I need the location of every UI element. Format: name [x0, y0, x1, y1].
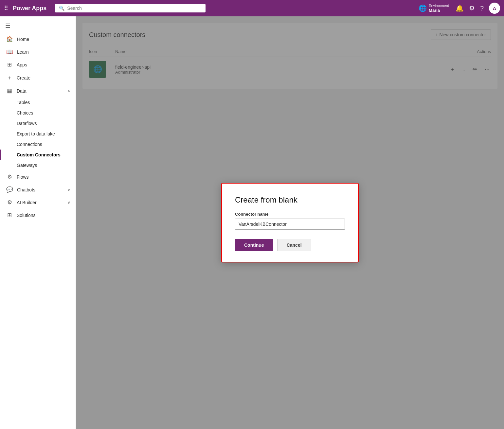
- sidebar-item-solutions[interactable]: ⊞ Solutions: [0, 209, 76, 222]
- sidebar-item-label: Data: [17, 88, 63, 94]
- search-bar[interactable]: 🔍: [55, 4, 206, 12]
- hamburger-icon[interactable]: ☰: [0, 19, 76, 33]
- sidebar-item-label: AI Builder: [17, 200, 63, 205]
- topbar: ⠿ Power Apps 🔍 🌐 Environment Maria 🔔 ⚙ ?…: [0, 0, 504, 16]
- sidebar-item-chatbots[interactable]: 💬 Chatbots ∨: [0, 183, 76, 196]
- help-icon[interactable]: ?: [480, 5, 484, 12]
- user-avatar[interactable]: A: [489, 3, 500, 14]
- environment-selector[interactable]: 🌐 Environment Maria: [419, 4, 449, 13]
- chevron-up-icon: ∧: [67, 89, 70, 93]
- chevron-down-icon: ∨: [67, 188, 70, 192]
- topbar-icons: 🔔 ⚙ ?: [456, 4, 484, 12]
- chevron-down-icon: ∨: [67, 200, 70, 205]
- sidebar-item-gateways[interactable]: Gateways: [0, 160, 76, 170]
- sidebar-item-label: Create: [17, 75, 70, 80]
- sidebar-item-apps[interactable]: ⊞ Apps: [0, 58, 76, 71]
- apps-icon: ⊞: [6, 61, 13, 68]
- sidebar-item-tables[interactable]: Tables: [0, 97, 76, 108]
- sidebar-item-connections[interactable]: Connections: [0, 139, 76, 150]
- custom-connectors-label: Custom Connectors: [17, 152, 61, 157]
- sidebar-item-custom-connectors[interactable]: Custom Connectors: [0, 150, 76, 160]
- dialog-title: Create from blank: [235, 195, 345, 205]
- sidebar-item-label: Home: [17, 37, 70, 42]
- gateways-label: Gateways: [17, 163, 37, 168]
- search-input[interactable]: [67, 6, 202, 11]
- chatbots-icon: 💬: [6, 186, 13, 193]
- continue-button[interactable]: Continue: [235, 239, 273, 251]
- home-icon: 🏠: [6, 36, 13, 43]
- create-from-blank-dialog: Create from blank Connector name Continu…: [221, 183, 359, 262]
- connector-name-label: Connector name: [235, 212, 345, 217]
- dataflows-label: Dataflows: [17, 121, 37, 126]
- export-label: Export to data lake: [17, 131, 55, 136]
- main-content: Custom connectors + New custom connector…: [76, 16, 504, 429]
- environment-icon: 🌐: [419, 4, 427, 12]
- sidebar-item-flows[interactable]: ⚙ Flows: [0, 170, 76, 183]
- sidebar-item-label: Chatbots: [17, 187, 63, 192]
- brand-name: Power Apps: [13, 5, 46, 12]
- sidebar-item-home[interactable]: 🏠 Home: [0, 33, 76, 45]
- solutions-icon: ⊞: [6, 212, 13, 219]
- sidebar-item-label: Learn: [17, 49, 70, 55]
- tables-label: Tables: [17, 100, 30, 105]
- sidebar-item-data[interactable]: ▦ Data ∧: [0, 84, 76, 97]
- layout: ☰ 🏠 Home 📖 Learn ⊞ Apps ＋ Create ▦ Data …: [0, 16, 504, 429]
- learn-icon: 📖: [6, 48, 13, 55]
- connector-name-input[interactable]: [235, 219, 345, 230]
- sidebar-item-label: Flows: [17, 174, 70, 180]
- connections-label: Connections: [17, 142, 42, 147]
- modal-overlay: Create from blank Connector name Continu…: [76, 16, 504, 429]
- sidebar-item-export-to-data-lake[interactable]: Export to data lake: [0, 129, 76, 139]
- choices-label: Choices: [17, 110, 33, 116]
- sidebar-item-dataflows[interactable]: Dataflows: [0, 118, 76, 129]
- settings-icon[interactable]: ⚙: [469, 4, 475, 12]
- dialog-actions: Continue Cancel: [235, 239, 345, 251]
- sidebar-item-create[interactable]: ＋ Create: [0, 71, 76, 84]
- sidebar-item-ai-builder[interactable]: ⚙ AI Builder ∨: [0, 196, 76, 209]
- sidebar-item-learn[interactable]: 📖 Learn: [0, 45, 76, 58]
- search-icon: 🔍: [59, 6, 64, 11]
- sidebar-item-choices[interactable]: Choices: [0, 108, 76, 118]
- create-icon: ＋: [6, 74, 13, 81]
- sidebar: ☰ 🏠 Home 📖 Learn ⊞ Apps ＋ Create ▦ Data …: [0, 16, 76, 429]
- env-label: Environment: [429, 4, 449, 8]
- grid-icon[interactable]: ⠿: [4, 5, 8, 12]
- data-icon: ▦: [6, 87, 13, 94]
- sidebar-item-label: Apps: [17, 62, 70, 67]
- cancel-button[interactable]: Cancel: [277, 239, 311, 251]
- flows-icon: ⚙: [6, 173, 13, 180]
- sidebar-item-label: Solutions: [17, 213, 70, 218]
- ai-builder-icon: ⚙: [6, 199, 13, 206]
- notification-icon[interactable]: 🔔: [456, 4, 464, 12]
- env-name: Maria: [429, 8, 449, 13]
